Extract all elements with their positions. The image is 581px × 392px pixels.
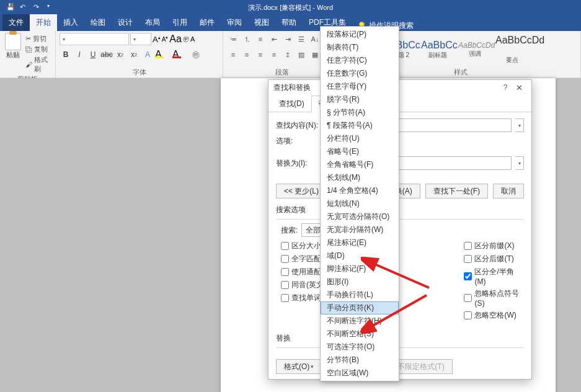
special-menu-item[interactable]: 尾注标记(E) — [321, 236, 399, 249]
special-menu-item[interactable]: 不间断连字符(H) — [321, 314, 399, 327]
special-menu-item[interactable]: 任意数字(G) — [321, 67, 399, 80]
sort-button[interactable]: A↓ — [309, 33, 321, 45]
copy-button[interactable]: ⿻复制 — [25, 45, 51, 54]
tab-draw[interactable]: 绘图 — [84, 14, 112, 31]
dialog-titlebar[interactable]: 查找和替换 ? ✕ — [268, 80, 531, 95]
decrease-indent-button[interactable]: ⇤ — [268, 33, 280, 45]
tab-review[interactable]: 审阅 — [221, 14, 248, 31]
font-name-combo[interactable]: ▾ — [60, 33, 129, 45]
align-right-button[interactable]: ≡ — [254, 48, 267, 61]
tab-help[interactable]: 帮助 — [275, 14, 303, 31]
strikethrough-button[interactable]: abc — [100, 48, 113, 61]
special-menu-item[interactable]: 图形(I) — [321, 275, 399, 288]
italic-button[interactable]: I — [73, 48, 86, 61]
superscript-button[interactable]: x2 — [128, 48, 140, 61]
change-case-button[interactable]: Aa — [169, 33, 182, 45]
special-menu-item[interactable]: 段落标记(P) — [321, 28, 399, 41]
subscript-button[interactable]: x2 — [114, 48, 126, 61]
special-menu-item[interactable]: 1/4 全角空格(4) — [321, 184, 399, 197]
special-menu-item[interactable]: 短划线(N) — [321, 197, 399, 210]
special-menu-item[interactable]: ¶ 段落符号(A) — [321, 119, 399, 132]
highlight-button[interactable]: A — [155, 49, 171, 60]
dialog-help-button[interactable]: ? — [499, 83, 512, 92]
style-item[interactable]: AaBbCcDd强调 — [456, 33, 494, 66]
tab-design[interactable]: 设计 — [112, 14, 139, 31]
find-next-button[interactable]: 查找下一处(F) — [425, 184, 488, 198]
chk-suffix[interactable]: 区分后缀(T) — [464, 254, 524, 264]
tab-references[interactable]: 引用 — [166, 14, 193, 31]
underline-button[interactable]: U — [87, 48, 99, 61]
tab-layout[interactable]: 布局 — [139, 14, 166, 31]
justify-button[interactable]: ≡ — [268, 48, 280, 61]
style-name: 副标题 — [421, 51, 455, 60]
special-menu-item[interactable]: 空白区域(W) — [321, 367, 399, 380]
align-center-button[interactable]: ≡ — [241, 48, 253, 61]
style-item[interactable]: AaBbCc副标题 — [419, 33, 456, 66]
shading-button[interactable]: ▨ — [295, 48, 308, 61]
paste-button[interactable]: 粘贴 — [4, 33, 23, 60]
cancel-button[interactable]: 取消 — [493, 184, 524, 198]
find-replace-dialog: 查找和替换 ? ✕ 查找(D) 替换(P) 查找内容(N): ▾ 选项: 替换为… — [268, 79, 532, 380]
tab-insert[interactable]: 插入 — [57, 14, 84, 31]
find-history-dropdown[interactable]: ▾ — [515, 118, 524, 132]
special-menu-item[interactable]: § 分节符(A) — [321, 106, 399, 119]
tab-mailings[interactable]: 邮件 — [193, 14, 221, 31]
special-menu-item[interactable]: 无宽可选分隔符(O) — [321, 210, 399, 223]
special-menu-item[interactable]: 可选连字符(O) — [321, 341, 399, 354]
phonetic-guide-button[interactable]: ㊥ — [183, 35, 189, 43]
font-color-button[interactable]: A — [172, 49, 188, 60]
special-menu-item[interactable]: 任意字母(Y) — [321, 80, 399, 93]
special-menu-item[interactable]: 手动分页符(K) — [321, 301, 399, 314]
special-menu-item[interactable]: 手动换行符(L) — [321, 288, 399, 301]
save-icon[interactable]: 💾 — [6, 3, 15, 12]
undo-icon[interactable]: ↶ — [20, 3, 29, 12]
special-menu-item[interactable]: 全角省略号(F) — [321, 158, 399, 171]
line-spacing-button[interactable]: ‡ — [282, 48, 294, 61]
chk-prefix[interactable]: 区分前缀(X) — [464, 241, 524, 251]
text-effects-button[interactable]: A — [141, 48, 154, 61]
close-icon[interactable]: ✕ — [512, 83, 526, 92]
special-menu-item[interactable]: 省略号(E) — [321, 145, 399, 158]
bold-button[interactable]: B — [60, 48, 72, 61]
clear-formatting-button[interactable]: A — [190, 35, 195, 43]
increase-indent-button[interactable]: ⇥ — [282, 33, 294, 45]
special-menu-item[interactable]: 不间断空格(S) — [321, 327, 399, 341]
cut-button[interactable]: ✂剪切 — [25, 34, 51, 43]
font-size-combo[interactable]: ▾ — [130, 33, 151, 45]
numbering-button[interactable]: ⒈ — [241, 33, 253, 45]
replace-history-dropdown[interactable]: ▾ — [515, 156, 524, 170]
special-menu-item[interactable]: 脱字号(R) — [321, 93, 399, 106]
chk-ignore-punct[interactable]: 忽略标点符号(S) — [464, 288, 524, 308]
bullets-button[interactable]: ≔ — [227, 33, 239, 45]
special-menu-item[interactable]: 长划线(M) — [321, 171, 399, 184]
shrink-font-button[interactable]: A▾ — [162, 35, 169, 43]
chk-fullhalf[interactable]: 区分全/半角(M) — [464, 267, 524, 286]
grow-font-button[interactable]: A▴ — [153, 35, 161, 44]
special-menu-item[interactable]: 无宽非分隔符(W) — [321, 223, 399, 236]
style-preview: AaBbCc — [421, 40, 455, 51]
enclose-char-button[interactable]: ㊕ — [190, 48, 202, 61]
align-left-button[interactable]: ≡ — [227, 48, 239, 61]
tab-view[interactable]: 视图 — [248, 14, 275, 31]
special-menu-item[interactable]: 分栏符(U) — [321, 132, 399, 145]
special-menu-item[interactable]: 任意字符(C) — [321, 54, 399, 67]
tab-home[interactable]: 开始 — [30, 14, 57, 31]
quick-access-toolbar: 💾 ↶ ↷ ▾ — [0, 3, 56, 12]
tab-find[interactable]: 查找(D) — [272, 96, 311, 112]
asian-layout-button[interactable]: ☰ — [295, 33, 308, 45]
special-menu-item[interactable]: 制表符(T) — [321, 41, 399, 54]
special-menu-item[interactable]: 脚注标记(F) — [321, 262, 399, 275]
format-button[interactable]: 格式(O) — [276, 359, 322, 374]
multilevel-button[interactable]: ≡ — [254, 33, 267, 45]
chk-ignore-space[interactable]: 忽略空格(W) — [464, 310, 524, 321]
less-button[interactable]: << 更少(L) — [276, 184, 327, 198]
format-painter-button[interactable]: 🖌格式刷 — [25, 55, 51, 74]
chevron-down-icon: ▾ — [63, 37, 65, 42]
borders-button[interactable]: ▦ — [309, 48, 321, 61]
special-menu-item[interactable]: 分节符(B) — [321, 354, 399, 367]
special-menu-item[interactable]: 域(D) — [321, 249, 399, 262]
style-item[interactable]: AaBbCcDd要点 — [494, 33, 531, 66]
qat-customize-icon[interactable]: ▾ — [47, 3, 56, 12]
redo-icon[interactable]: ↷ — [33, 3, 42, 12]
tab-file[interactable]: 文件 — [2, 14, 30, 31]
